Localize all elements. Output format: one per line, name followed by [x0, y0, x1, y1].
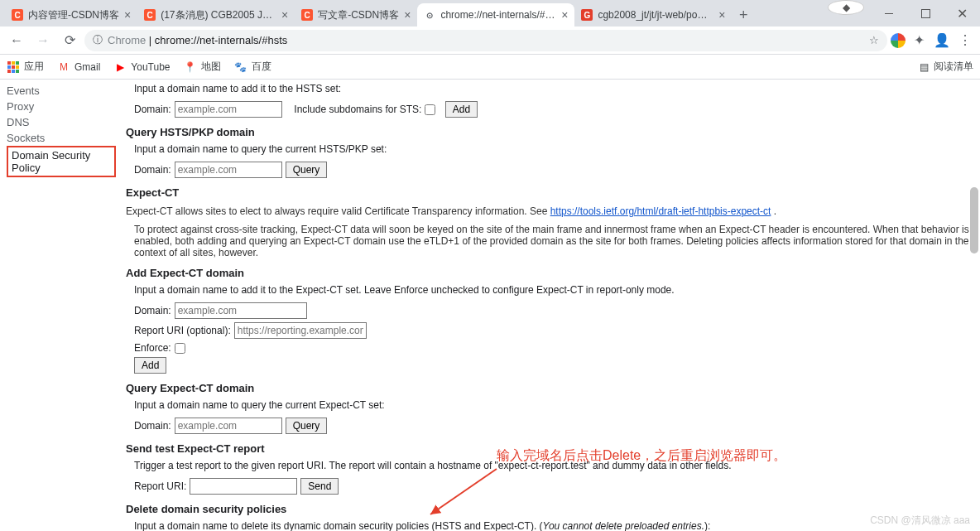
bookmark-label: Gmail [74, 61, 100, 73]
profile-icon[interactable]: 👤 [932, 31, 952, 51]
tab-2[interactable]: C写文章-CSDN博客× [295, 3, 417, 27]
add-expect-heading: Add Expect-CT domain [126, 267, 970, 279]
apps-shortcut[interactable]: 应用 [7, 60, 44, 74]
tab-bar: C内容管理-CSDN博客× C(17条消息) CGB2005 JT-1(注意× … [0, 0, 980, 27]
extension-icon[interactable] [891, 33, 906, 48]
sidebar-nav: Events Proxy DNS Sockets Domain Security… [0, 80, 116, 531]
add-expect-button[interactable]: Add [134, 357, 166, 374]
close-icon[interactable]: × [124, 8, 131, 22]
sidebar-item-dns[interactable]: DNS [7, 114, 116, 130]
include-subdomains-checkbox[interactable] [425, 104, 435, 115]
list-icon: ▤ [920, 61, 929, 73]
query-expect-domain-input[interactable] [175, 418, 282, 434]
send-test-button[interactable]: Send [300, 478, 339, 495]
scrollbar-thumb[interactable] [970, 187, 978, 253]
enforce-label: Enforce: [134, 342, 171, 354]
bookmark-label: 地图 [201, 60, 221, 74]
sidebar-item-domain-security-policy[interactable]: Domain Security Policy [7, 146, 116, 177]
tab-0[interactable]: C内容管理-CSDN博客× [5, 3, 137, 27]
add-hsts-button[interactable]: Add [445, 101, 478, 118]
query-hsts-heading: Query HSTS/PKP domain [126, 126, 970, 138]
reading-list-label: 阅读清单 [934, 60, 973, 74]
bookmark-maps[interactable]: 📍地图 [184, 60, 221, 74]
send-test-report-input[interactable] [190, 478, 297, 495]
sidebar-item-events[interactable]: Events [7, 83, 116, 99]
maps-icon: 📍 [184, 60, 197, 74]
bookmark-baidu[interactable]: 🐾百度 [234, 60, 271, 74]
send-test-desc: Trigger a test report to the given repor… [134, 460, 970, 471]
youtube-icon: ▶ [113, 60, 127, 74]
shield-icon[interactable]: ◆ [828, 0, 864, 15]
reading-list[interactable]: ▤阅读清单 [920, 60, 973, 74]
query-expect-heading: Query Expect-CT domain [126, 382, 970, 394]
domain-label: Domain: [134, 104, 171, 115]
close-window-button[interactable]: ✕ [944, 0, 980, 27]
content-area: Input a domain name to add it to the HST… [116, 80, 980, 531]
address-bar[interactable]: ⓘ Chrome | chrome://net-internals/#hsts … [84, 30, 887, 51]
add-hsts-row: Domain: Include subdomains for STS: Add [134, 101, 970, 118]
domain-label: Domain: [134, 164, 171, 176]
domain-label: Domain: [134, 420, 171, 432]
query-hsts-row: Domain: Query [134, 162, 970, 178]
enforce-checkbox[interactable] [175, 343, 185, 354]
domain-label: Domain: [134, 305, 171, 316]
extensions-menu-icon[interactable]: ✦ [909, 31, 929, 51]
tab-3-active[interactable]: ⊙chrome://net-internals/#hsts× [417, 3, 574, 27]
window-controls: ◆ ✕ [828, 0, 980, 27]
query-hsts-domain-input[interactable] [175, 162, 282, 178]
tab-label: chrome://net-internals/#hsts [440, 9, 556, 21]
bookmark-star-icon[interactable]: ☆ [869, 34, 879, 46]
query-expect-desc: Input a domain name to query the current… [134, 399, 970, 411]
include-subdomains-label: Include subdomains for STS: [294, 104, 421, 115]
bookmark-label: 应用 [24, 60, 44, 74]
favicon: C [301, 9, 313, 21]
site-info-icon[interactable]: ⓘ [93, 33, 103, 47]
close-icon[interactable]: × [281, 8, 288, 22]
tab-1[interactable]: C(17条消息) CGB2005 JT-1(注意× [137, 3, 295, 27]
delete-desc: Input a domain name to delete its dynami… [134, 520, 970, 531]
query-hsts-button[interactable]: Query [286, 162, 328, 178]
close-icon[interactable]: × [561, 8, 568, 22]
expect-ct-link[interactable]: https://tools.ietf.org/html/draft-ietf-h… [550, 205, 771, 217]
bookmark-label: YouTube [131, 61, 170, 73]
tab-label: 内容管理-CSDN博客 [28, 8, 119, 22]
page-body: Events Proxy DNS Sockets Domain Security… [0, 80, 980, 531]
close-icon[interactable]: × [718, 8, 725, 22]
expect-ct-note: To protect against cross-site tracking, … [134, 224, 970, 258]
query-expect-button[interactable]: Query [286, 418, 328, 434]
gmail-icon: M [57, 60, 70, 74]
report-uri-label: Report URI (optional): [134, 325, 231, 336]
tab-label: cgb2008_jt/jt/jt-web/pom.xml [598, 9, 713, 21]
expect-ct-desc: Expect-CT allows sites to elect to alway… [126, 205, 970, 217]
tab-label: (17条消息) CGB2005 JT-1(注意 [161, 8, 276, 22]
expect-ct-heading: Expect-CT [126, 186, 970, 199]
report-uri-label: Report URI: [134, 480, 186, 492]
favicon: C [144, 9, 156, 21]
tab-4[interactable]: Gcgb2008_jt/jt/jt-web/pom.xml× [574, 3, 732, 27]
query-hsts-desc: Input a domain name to query the current… [134, 143, 970, 155]
send-test-heading: Send test Expect-CT report [126, 442, 970, 455]
forward-button[interactable]: → [31, 29, 55, 52]
sidebar-item-sockets[interactable]: Sockets [7, 130, 116, 146]
bookmark-youtube[interactable]: ▶YouTube [113, 60, 170, 74]
new-tab-button[interactable]: + [732, 3, 755, 27]
scrollbar-track[interactable] [967, 80, 980, 531]
favicon: C [12, 9, 23, 21]
add-hsts-domain-input[interactable] [175, 101, 282, 118]
maximize-button[interactable] [907, 0, 944, 27]
bookmark-gmail[interactable]: MGmail [57, 60, 100, 74]
sidebar-item-proxy[interactable]: Proxy [7, 99, 116, 114]
close-icon[interactable]: × [404, 8, 411, 22]
globe-icon: ⊙ [424, 9, 435, 21]
add-expect-domain-input[interactable] [175, 302, 307, 319]
favicon: G [581, 9, 593, 21]
add-expect-report-input[interactable] [234, 322, 367, 339]
minimize-button[interactable] [871, 0, 907, 27]
reload-button[interactable]: ⟳ [58, 29, 81, 52]
chrome-menu-icon[interactable]: ⋮ [955, 31, 975, 51]
back-button[interactable]: ← [5, 29, 28, 52]
add-hsts-desc: Input a domain name to add it to the HST… [134, 83, 970, 94]
watermark: CSDN @清风微凉 aaa [870, 514, 970, 528]
browser-toolbar: ← → ⟳ ⓘ Chrome | chrome://net-internals/… [0, 27, 980, 55]
url-text: Chrome | chrome://net-internals/#hsts [108, 34, 287, 46]
